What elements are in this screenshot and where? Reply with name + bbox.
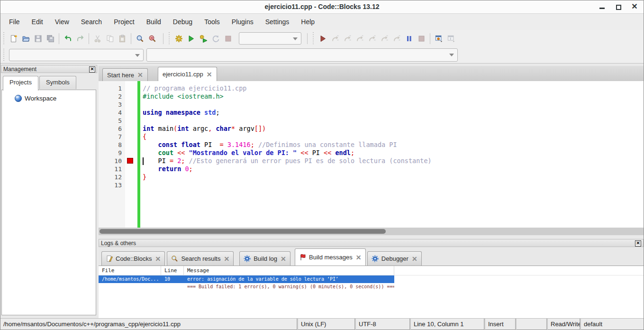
scope-combo[interactable] xyxy=(9,49,144,61)
line-margin[interactable] xyxy=(125,109,137,117)
step-into-icon[interactable] xyxy=(354,32,366,45)
code-line[interactable]: 11 return 0; xyxy=(99,165,644,173)
management-tab-projects[interactable]: Projects xyxy=(3,76,38,91)
menu-item-help[interactable]: Help xyxy=(296,16,319,28)
cut-icon[interactable] xyxy=(91,32,104,45)
line-margin[interactable] xyxy=(125,165,137,173)
stop-debugger-icon[interactable] xyxy=(415,32,427,45)
redo-icon[interactable] xyxy=(74,32,86,45)
next-line-icon[interactable] xyxy=(341,32,354,45)
line-number[interactable]: 9 xyxy=(99,149,125,157)
line-margin[interactable] xyxy=(125,125,137,133)
horizontal-scrollbar[interactable] xyxy=(99,228,644,235)
tab-close-icon[interactable]: ✕ xyxy=(207,72,212,77)
logs-close-icon[interactable]: ✕ xyxy=(635,240,641,247)
debug-continue-icon[interactable] xyxy=(317,32,329,45)
code-line[interactable]: 2#include <iostream.h> xyxy=(99,92,644,101)
toolbar-grip[interactable] xyxy=(2,49,6,61)
line-number[interactable]: 5 xyxy=(99,117,125,125)
logs-tab-build-messages[interactable]: Build messages✕ xyxy=(295,248,366,266)
logs-tab-code-blocks[interactable]: Code::Blocks✕ xyxy=(101,251,165,266)
undo-icon[interactable] xyxy=(62,32,74,45)
line-margin[interactable] xyxy=(125,117,137,125)
maximize-button[interactable] xyxy=(613,2,624,11)
code-line[interactable]: 10 PI = 2; //Esto generará un error pues… xyxy=(99,157,644,165)
menu-item-settings[interactable]: Settings xyxy=(261,16,294,28)
line-margin[interactable] xyxy=(125,133,137,141)
open-file-icon[interactable] xyxy=(19,32,32,45)
line-margin[interactable] xyxy=(125,141,137,149)
line-number[interactable]: 12 xyxy=(99,173,125,181)
line-number[interactable]: 13 xyxy=(99,181,125,189)
code-line[interactable]: 6int main(int argc, char* argv[]) xyxy=(99,125,644,133)
column-header-line[interactable]: Line xyxy=(161,266,184,275)
code-line[interactable]: 5 xyxy=(99,117,644,125)
code-line[interactable]: 1// programa ejercicio11.cpp xyxy=(99,84,644,92)
rebuild-icon[interactable] xyxy=(209,32,222,45)
menu-item-file[interactable]: File xyxy=(4,16,25,28)
menu-item-search[interactable]: Search xyxy=(76,16,107,28)
logs-tab-build-log[interactable]: Build log✕ xyxy=(239,251,290,266)
run-to-cursor-icon[interactable] xyxy=(329,32,341,45)
step-out-icon[interactable] xyxy=(366,32,378,45)
menu-item-plugins[interactable]: Plugins xyxy=(227,16,258,28)
debugging-windows-icon[interactable] xyxy=(433,32,445,45)
abort-icon[interactable] xyxy=(222,32,234,45)
line-margin[interactable] xyxy=(125,149,137,157)
logs-title-bar[interactable]: Logs & others ✕ xyxy=(99,239,644,247)
paste-icon[interactable] xyxy=(116,32,128,45)
breakpoint-marker[interactable] xyxy=(127,158,133,164)
tab-close-icon[interactable]: ✕ xyxy=(412,256,417,262)
break-debugger-icon[interactable] xyxy=(403,32,415,45)
function-combo[interactable] xyxy=(146,48,458,62)
line-margin[interactable] xyxy=(125,157,137,165)
line-number[interactable]: 3 xyxy=(99,101,125,109)
line-number[interactable]: 10 xyxy=(99,157,125,165)
save-icon[interactable] xyxy=(32,32,44,45)
tab-close-icon[interactable]: ✕ xyxy=(356,255,362,260)
line-number[interactable]: 2 xyxy=(99,92,125,101)
build-message-row[interactable]: /home/msantos/Doc...10error: asignación … xyxy=(99,275,394,283)
save-all-icon[interactable] xyxy=(44,32,56,45)
management-title-bar[interactable]: Management ✕ xyxy=(1,65,97,73)
code-line[interactable]: 9 cout << "Mostrando el valor de PI: " <… xyxy=(99,149,644,157)
tree-item-workspace[interactable]: Workspace xyxy=(14,94,96,102)
menu-item-view[interactable]: View xyxy=(50,16,74,28)
copy-icon[interactable] xyxy=(104,32,116,45)
line-margin[interactable] xyxy=(125,181,137,189)
line-margin[interactable] xyxy=(125,173,137,181)
tab-close-icon[interactable]: ✕ xyxy=(137,72,143,78)
editor-tab-start-here[interactable]: Start here✕ xyxy=(102,68,148,81)
editor-tab-ejercicio11-cpp[interactable]: ejercicio11.cpp✕ xyxy=(158,67,217,81)
close-button[interactable]: ✕ xyxy=(629,2,640,11)
find-icon[interactable] xyxy=(134,32,146,45)
logs-tab-search-results[interactable]: Search results✕ xyxy=(167,251,234,266)
replace-icon[interactable]: R xyxy=(146,32,158,45)
toolbar-grip[interactable] xyxy=(312,32,315,45)
new-file-icon[interactable] xyxy=(7,32,19,45)
line-number[interactable]: 4 xyxy=(99,109,125,117)
tab-close-icon[interactable]: ✕ xyxy=(155,256,161,262)
minimize-button[interactable] xyxy=(597,2,608,11)
various-info-icon[interactable]: i xyxy=(445,32,457,45)
menu-item-tools[interactable]: Tools xyxy=(200,16,225,28)
menu-item-project[interactable]: Project xyxy=(109,16,139,28)
tab-close-icon[interactable]: ✕ xyxy=(281,256,286,262)
toolbar-grip[interactable] xyxy=(2,32,6,45)
logs-tab-debugger[interactable]: Debugger✕ xyxy=(367,251,422,266)
code-line[interactable]: 4using namespace std; xyxy=(99,109,644,117)
line-number[interactable]: 1 xyxy=(99,84,125,92)
step-into-instruction-icon[interactable] xyxy=(390,32,403,45)
column-header-message[interactable]: Message xyxy=(184,266,394,275)
line-number[interactable]: 6 xyxy=(99,125,125,133)
menu-item-edit[interactable]: Edit xyxy=(27,16,48,28)
build-message-row[interactable]: === Build failed: 1 error(s), 0 warning(… xyxy=(99,283,394,291)
code-line[interactable]: 13 xyxy=(99,181,644,189)
line-margin[interactable] xyxy=(125,92,137,101)
code-editor[interactable]: 1// programa ejercicio11.cpp2#include <i… xyxy=(99,81,644,228)
management-tab-symbols[interactable]: Symbols xyxy=(39,76,76,89)
column-header-file[interactable]: File xyxy=(99,266,161,275)
code-line[interactable]: 8 const float PI = 3.1416; //Definimos u… xyxy=(99,141,644,149)
build-target-combo[interactable] xyxy=(239,32,301,45)
code-line[interactable]: 12} xyxy=(99,173,644,181)
